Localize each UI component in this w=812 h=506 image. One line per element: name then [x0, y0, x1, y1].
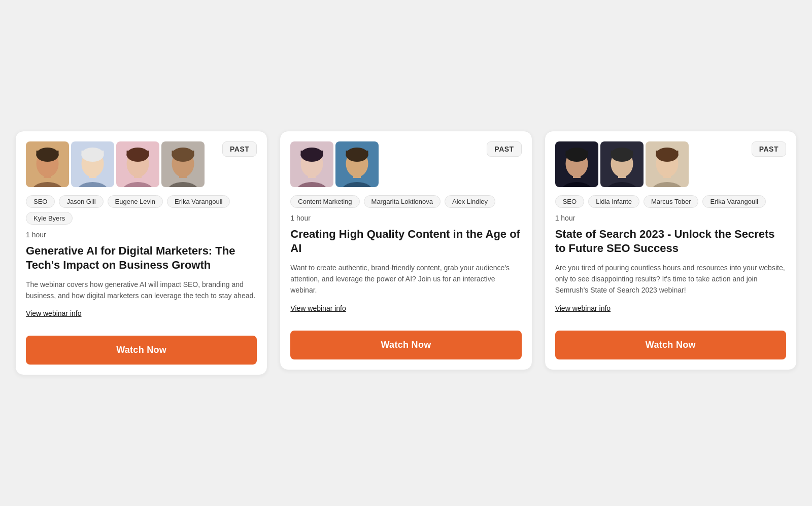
card-footer: Watch Now — [16, 330, 267, 375]
card-body: SEOLidia InfanteMarcus ToberErika Varang… — [545, 187, 796, 324]
watch-now-button[interactable]: Watch Now — [290, 331, 521, 359]
svg-rect-11 — [82, 151, 104, 156]
tag-2: Alex Lindley — [445, 195, 495, 208]
tag-1: Lidia Infante — [588, 195, 639, 208]
webinar-card-2: PAST Content MarketingMargarita Loktiono… — [280, 131, 532, 370]
watch-now-button[interactable]: Watch Now — [26, 336, 257, 365]
tag-3: Erika Varangouli — [702, 195, 765, 208]
tag-4: Kyle Byers — [26, 212, 73, 225]
svg-rect-5 — [37, 151, 59, 156]
webinar-card-1: PAST SEOJason GillEugene LevinErika Vara… — [15, 131, 267, 376]
view-webinar-info-link[interactable]: View webinar info — [26, 309, 257, 317]
svg-rect-29 — [301, 151, 323, 156]
speaker-avatar-1 — [290, 141, 333, 187]
speaker-avatar-1 — [26, 141, 69, 187]
card-body: SEOJason GillEugene LevinErika Varangoul… — [16, 187, 267, 330]
tag-0: Content Marketing — [290, 195, 359, 208]
card-body: Content MarketingMargarita LoktionovaAle… — [280, 187, 531, 324]
webinar-title: State of Search 2023 - Unlock the Secret… — [555, 227, 786, 256]
speaker-avatar-2 — [600, 141, 644, 187]
svg-rect-53 — [656, 151, 678, 156]
view-webinar-info-link[interactable]: View webinar info — [290, 304, 521, 312]
tags-container: SEOJason GillEugene LevinErika Varangoul… — [26, 195, 257, 225]
webinar-description: Want to create authentic, brand-friendly… — [290, 262, 521, 296]
tag-0: SEO — [555, 195, 584, 208]
card-footer: Watch Now — [280, 324, 531, 370]
duration-label: 1 hour — [555, 214, 786, 222]
svg-rect-23 — [172, 151, 194, 156]
watch-now-button[interactable]: Watch Now — [555, 331, 786, 359]
svg-rect-47 — [611, 151, 633, 156]
tag-1: Jason Gill — [59, 195, 103, 208]
tag-2: Eugene Levin — [108, 195, 163, 208]
svg-rect-17 — [127, 151, 149, 156]
card-header: PAST — [545, 131, 796, 187]
speaker-avatar-1 — [555, 141, 598, 187]
past-badge: PAST — [222, 141, 257, 157]
tags-container: SEOLidia InfanteMarcus ToberErika Varang… — [555, 195, 786, 208]
webinar-title: Generative AI for Digital Marketers: The… — [26, 244, 257, 273]
duration-label: 1 hour — [290, 214, 521, 222]
past-badge: PAST — [487, 141, 521, 157]
webinar-card-3: PAST SEOLidia InfanteMarcus ToberErika V… — [545, 131, 797, 370]
webinar-title: Creating High Quality Content in the Age… — [290, 227, 521, 256]
speaker-avatar-4 — [161, 141, 205, 187]
tag-3: Erika Varangouli — [167, 195, 230, 208]
view-webinar-info-link[interactable]: View webinar info — [555, 304, 786, 312]
tags-container: Content MarketingMargarita LoktionovaAle… — [290, 195, 521, 208]
speaker-avatar-3 — [116, 141, 159, 187]
svg-rect-35 — [346, 151, 368, 156]
speaker-avatar-3 — [646, 141, 689, 187]
card-header: PAST — [280, 131, 531, 187]
card-footer: Watch Now — [545, 324, 796, 370]
card-header: PAST — [16, 131, 267, 187]
speaker-avatar-2 — [71, 141, 114, 187]
tag-2: Marcus Tober — [644, 195, 699, 208]
cards-container: PAST SEOJason GillEugene LevinErika Vara… — [15, 131, 797, 376]
duration-label: 1 hour — [26, 231, 257, 239]
webinar-description: Are you tired of pouring countless hours… — [555, 262, 786, 296]
past-badge: PAST — [752, 141, 786, 157]
speaker-avatar-2 — [335, 141, 379, 187]
tag-1: Margarita Loktionova — [364, 195, 441, 208]
svg-rect-41 — [565, 151, 588, 156]
tag-0: SEO — [26, 195, 55, 208]
webinar-description: The webinar covers how generative AI wil… — [26, 279, 257, 302]
